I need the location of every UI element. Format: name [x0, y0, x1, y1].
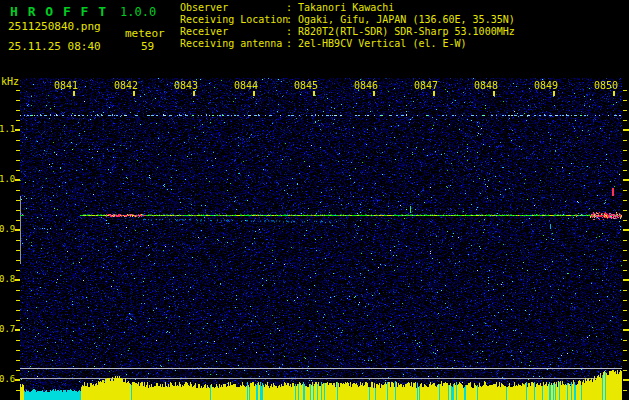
freq-minor-tick-right: [623, 110, 627, 111]
freq-minor-tick-right: [623, 290, 627, 291]
freq-major-tick-left: [15, 179, 20, 181]
freq-minor-tick-right: [623, 90, 627, 91]
time-label: 0842: [114, 80, 138, 91]
minute-tick: [313, 91, 315, 96]
station-info: Observer:Takanori KawachiReceiving Locat…: [180, 2, 515, 50]
spectrogram-canvas: [20, 78, 622, 400]
freq-minor-tick-left: [16, 160, 20, 161]
freq-minor-tick-right: [623, 350, 627, 351]
station-info-value: 2el-HB9CV Vertical (el. E-W): [298, 38, 467, 50]
app-title: H R O F F T: [10, 4, 107, 19]
station-info-separator: :: [286, 2, 298, 14]
station-info-row: Receiving antenna:2el-HB9CV Vertical (el…: [180, 38, 515, 50]
freq-minor-tick-right: [623, 370, 627, 371]
output-filename: 2511250840.png: [8, 20, 101, 33]
freq-minor-tick-right: [623, 210, 627, 211]
freq-minor-tick-right: [623, 220, 627, 221]
freq-tick-label: 0.6: [0, 374, 15, 384]
station-info-value: R820T2(RTL-SDR) SDR-Sharp 53.1000MHz: [298, 26, 515, 38]
station-info-separator: :: [286, 38, 298, 50]
freq-minor-tick-right: [623, 200, 627, 201]
freq-major-tick-left: [15, 129, 20, 131]
freq-major-tick-left: [15, 279, 20, 281]
freq-tick-label: 0.9: [0, 224, 15, 234]
time-label: 0849: [534, 80, 558, 91]
freq-minor-tick-left: [16, 110, 20, 111]
mode-label: meteor: [125, 27, 165, 40]
freq-tick-label: 1.1: [0, 124, 15, 134]
station-info-label: Receiving antenna: [180, 38, 286, 50]
minute-tick: [553, 91, 555, 96]
time-label: 0844: [234, 80, 258, 91]
freq-tick-label: 0.7: [0, 324, 15, 334]
freq-major-tick-right: [623, 279, 629, 281]
freq-minor-tick-left: [16, 320, 20, 321]
station-info-separator: :: [286, 26, 298, 38]
minute-tick: [253, 91, 255, 96]
freq-minor-tick-right: [623, 270, 627, 271]
freq-minor-tick-right: [623, 160, 627, 161]
freq-minor-tick-right: [623, 170, 627, 171]
station-info-row: Receiving Location:Ogaki, Gifu, JAPAN (1…: [180, 14, 515, 26]
freq-major-tick-right: [623, 129, 629, 131]
freq-minor-tick-left: [16, 250, 20, 251]
minute-tick: [433, 91, 435, 96]
freq-minor-tick-right: [623, 360, 627, 361]
freq-major-tick-left: [15, 329, 20, 331]
freq-major-tick-left: [15, 229, 20, 231]
meteor-count: 59: [141, 40, 154, 53]
minute-tick: [73, 91, 75, 96]
freq-minor-tick-right: [623, 320, 627, 321]
freq-minor-tick-right: [623, 190, 627, 191]
time-label: 0850: [594, 80, 618, 91]
freq-minor-tick-right: [623, 240, 627, 241]
freq-minor-tick-left: [16, 200, 20, 201]
freq-minor-tick-left: [16, 90, 20, 91]
freq-minor-tick-left: [16, 340, 20, 341]
freq-minor-tick-right: [623, 250, 627, 251]
freq-minor-tick-left: [16, 300, 20, 301]
station-info-label: Observer: [180, 2, 286, 14]
freq-minor-tick-left: [16, 100, 20, 101]
station-info-label: Receiver: [180, 26, 286, 38]
freq-minor-tick-left: [16, 360, 20, 361]
minute-tick: [373, 91, 375, 96]
minute-tick: [613, 91, 615, 96]
station-info-value: Takanori Kawachi: [298, 2, 394, 14]
freq-minor-tick-left: [16, 140, 20, 141]
time-label: 0848: [474, 80, 498, 91]
freq-minor-tick-left: [16, 240, 20, 241]
station-info-label: Receiving Location: [180, 14, 286, 26]
station-info-row: Receiver:R820T2(RTL-SDR) SDR-Sharp 53.10…: [180, 26, 515, 38]
datetime-label: 25.11.25 08:40: [8, 40, 101, 53]
freq-minor-tick-left: [16, 370, 20, 371]
minute-tick: [133, 91, 135, 96]
station-info-value: Ogaki, Gifu, JAPAN (136.60E, 35.35N): [298, 14, 515, 26]
freq-minor-tick-right: [623, 100, 627, 101]
freq-minor-tick-right: [623, 300, 627, 301]
freq-axis-unit: kHz: [1, 76, 19, 87]
freq-major-tick-right: [623, 329, 629, 331]
freq-minor-tick-left: [16, 350, 20, 351]
freq-major-tick-left: [15, 379, 20, 381]
freq-minor-tick-left: [16, 210, 20, 211]
freq-minor-tick-right: [623, 140, 627, 141]
freq-minor-tick-left: [16, 310, 20, 311]
freq-minor-tick-left: [16, 260, 20, 261]
freq-minor-tick-left: [16, 390, 20, 391]
freq-tick-label: 0.8: [0, 274, 15, 284]
station-info-separator: :: [286, 14, 298, 26]
freq-major-tick-right: [623, 229, 629, 231]
freq-minor-tick-left: [16, 120, 20, 121]
freq-minor-tick-right: [623, 120, 627, 121]
minute-tick: [193, 91, 195, 96]
freq-minor-tick-right: [623, 390, 627, 391]
freq-minor-tick-right: [623, 340, 627, 341]
hrofft-screen: H R O F F T 1.0.0 2511250840.png meteor …: [0, 0, 629, 400]
freq-major-tick-right: [623, 379, 629, 381]
freq-minor-tick-left: [16, 150, 20, 151]
minute-tick: [493, 91, 495, 96]
time-label: 0841: [54, 80, 78, 91]
freq-minor-tick-right: [623, 310, 627, 311]
time-label: 0843: [174, 80, 198, 91]
